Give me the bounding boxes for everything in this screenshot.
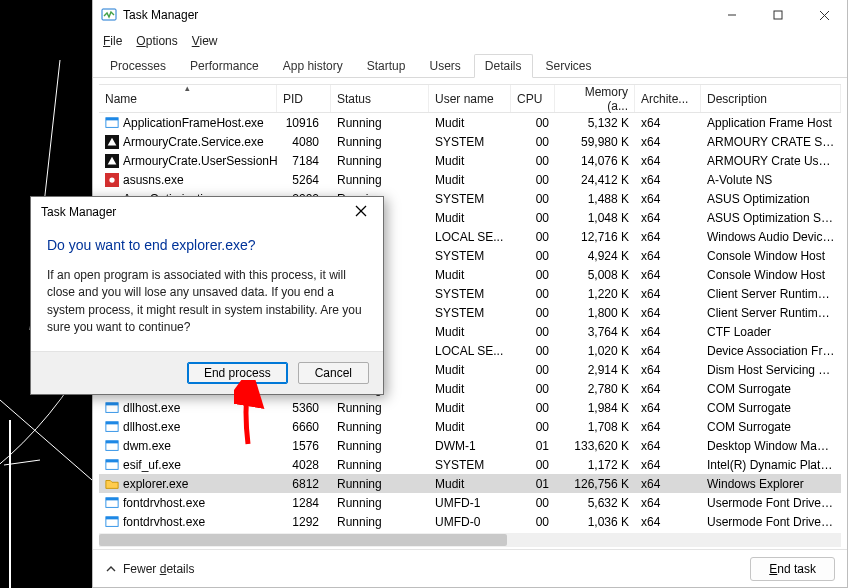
table-row[interactable]: esif_uf.exe4028RunningSYSTEM001,172 Kx64…: [99, 455, 841, 474]
close-button[interactable]: [801, 0, 847, 30]
col-name[interactable]: Name ▴: [99, 85, 277, 112]
tab-processes[interactable]: Processes: [99, 54, 177, 78]
col-arch[interactable]: Archite...: [635, 85, 701, 112]
dialog-body-text: If an open program is associated with th…: [47, 267, 367, 337]
tab-users[interactable]: Users: [418, 54, 471, 78]
process-name: dllhost.exe: [123, 401, 180, 415]
table-row[interactable]: dwm.exe1576RunningDWM-101133,620 Kx64Des…: [99, 436, 841, 455]
process-name: asusns.exe: [123, 173, 184, 187]
svg-rect-7: [774, 11, 782, 19]
fewer-details-link[interactable]: Fewer details: [105, 562, 194, 576]
process-name: ArmouryCrate.Service.exe: [123, 135, 264, 149]
end-process-button[interactable]: End process: [187, 362, 288, 384]
svg-rect-11: [106, 117, 118, 120]
cancel-button[interactable]: Cancel: [298, 362, 369, 384]
col-description[interactable]: Description: [701, 85, 841, 112]
sort-indicator-icon: ▴: [185, 84, 190, 93]
svg-rect-21: [106, 421, 118, 424]
footer: Fewer details End task: [93, 549, 847, 587]
table-row[interactable]: fontdrvhost.exe1284RunningUMFD-1005,632 …: [99, 493, 841, 512]
col-user[interactable]: User name: [429, 85, 511, 112]
menu-options[interactable]: Options: [136, 34, 177, 48]
grid-header: Name ▴ PID Status User name CPU Memory (…: [99, 85, 841, 113]
table-row[interactable]: explorer.exe6812RunningMudit01126,756 Kx…: [99, 474, 841, 493]
task-manager-icon: [101, 7, 117, 23]
svg-point-15: [109, 177, 114, 182]
tabstrip: ProcessesPerformanceApp historyStartupUs…: [93, 52, 847, 78]
svg-rect-27: [106, 497, 118, 500]
svg-rect-23: [106, 440, 118, 443]
menu-file[interactable]: File: [103, 34, 122, 48]
table-row[interactable]: asusns.exe5264RunningMudit0024,412 Kx64A…: [99, 170, 841, 189]
dialog-titlebar[interactable]: Task Manager: [31, 197, 383, 227]
process-name: dllhost.exe: [123, 420, 180, 434]
col-cpu[interactable]: CPU: [511, 85, 555, 112]
tab-performance[interactable]: Performance: [179, 54, 270, 78]
tab-services[interactable]: Services: [535, 54, 603, 78]
process-name: esif_uf.exe: [123, 458, 181, 472]
tab-details[interactable]: Details: [474, 54, 533, 78]
confirm-dialog: Task Manager Do you want to end explorer…: [30, 196, 384, 395]
process-name: explorer.exe: [123, 477, 188, 491]
dialog-close-button[interactable]: [349, 203, 373, 221]
scrollbar-thumb[interactable]: [99, 534, 507, 546]
minimize-button[interactable]: [709, 0, 755, 30]
table-row[interactable]: ArmouryCrate.UserSessionH...7184RunningM…: [99, 151, 841, 170]
menubar: File Options View: [93, 30, 847, 52]
svg-rect-25: [106, 459, 118, 462]
maximize-button[interactable]: [755, 0, 801, 30]
chevron-up-icon: [105, 563, 117, 575]
end-task-button[interactable]: End task: [750, 557, 835, 581]
process-name: fontdrvhost.exe: [123, 496, 205, 510]
dialog-title: Task Manager: [41, 205, 116, 219]
close-icon: [355, 205, 367, 217]
titlebar[interactable]: Task Manager: [93, 0, 847, 30]
process-name: dwm.exe: [123, 439, 171, 453]
tab-startup[interactable]: Startup: [356, 54, 417, 78]
svg-line-1: [0, 400, 92, 480]
table-row[interactable]: dllhost.exe6660RunningMudit001,708 Kx64C…: [99, 417, 841, 436]
col-status[interactable]: Status: [331, 85, 429, 112]
window-title: Task Manager: [123, 8, 198, 22]
tab-app-history[interactable]: App history: [272, 54, 354, 78]
menu-view[interactable]: View: [192, 34, 218, 48]
process-name: fontdrvhost.exe: [123, 515, 205, 529]
horizontal-scrollbar[interactable]: [99, 533, 841, 547]
col-memory[interactable]: Memory (a...: [555, 85, 635, 112]
svg-rect-29: [106, 516, 118, 519]
process-name: ArmouryCrate.UserSessionH...: [123, 154, 277, 168]
svg-rect-19: [106, 402, 118, 405]
table-row[interactable]: dllhost.exe5360RunningMudit001,984 Kx64C…: [99, 398, 841, 417]
dialog-heading: Do you want to end explorer.exe?: [47, 237, 367, 253]
table-row[interactable]: ApplicationFrameHost.exe10916RunningMudi…: [99, 113, 841, 132]
table-row[interactable]: fontdrvhost.exe1292RunningUMFD-0001,036 …: [99, 512, 841, 531]
col-pid[interactable]: PID: [277, 85, 331, 112]
table-row[interactable]: ArmouryCrate.Service.exe4080RunningSYSTE…: [99, 132, 841, 151]
process-name: ApplicationFrameHost.exe: [123, 116, 264, 130]
